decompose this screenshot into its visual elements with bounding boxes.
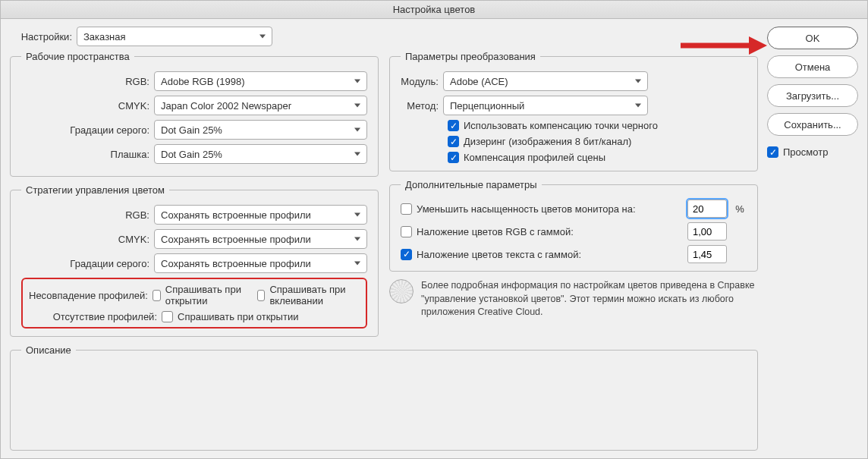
spot-label: Плашка: xyxy=(21,149,154,160)
checkbox-icon: ✓ xyxy=(767,146,778,158)
checkbox-icon xyxy=(153,290,161,301)
color-settings-window: Настройка цветов Настройки: Заказная Раб… xyxy=(0,0,868,459)
policy-rgb-select[interactable]: Сохранять встроенные профили xyxy=(154,205,367,225)
missing-open-checkbox[interactable]: Спрашивать при открытии xyxy=(162,311,298,322)
engine-select[interactable]: Adobe (ACE) xyxy=(443,71,648,91)
intent-select[interactable]: Перцепционный xyxy=(443,96,648,115)
rgb-label: RGB: xyxy=(21,76,154,87)
desat-checkbox[interactable]: Уменьшить насыщенность цветов монитора н… xyxy=(401,203,681,215)
checkbox-icon: ✓ xyxy=(448,152,459,163)
missing-label: Отсутствие профилей: xyxy=(29,311,162,322)
cancel-button[interactable]: Отмена xyxy=(767,55,858,78)
intent-label: Метод: xyxy=(401,100,443,112)
bpc-checkbox[interactable]: ✓Использовать компенсацию точки черного xyxy=(448,120,658,131)
checkbox-icon: ✓ xyxy=(448,136,459,147)
highlighted-region: Несовпадение профилей: Спрашивать при от… xyxy=(21,278,367,329)
description-fieldset: Описание xyxy=(10,344,758,451)
rgb-select[interactable]: Adobe RGB (1998) xyxy=(154,71,367,91)
workspaces-fieldset: Рабочие пространства RGB:Adobe RGB (1998… xyxy=(10,51,379,177)
policy-cmyk-label: CMYK: xyxy=(21,234,154,245)
scene-checkbox[interactable]: ✓Компенсация профилей сцены xyxy=(448,152,605,163)
mismatch-label: Несовпадение профилей: xyxy=(29,290,153,301)
info-text: Более подробная информация по настройкам… xyxy=(421,279,758,319)
ok-button[interactable]: OK xyxy=(767,27,858,49)
engine-label: Модуль: xyxy=(401,76,443,87)
checkbox-icon xyxy=(257,290,266,301)
workspaces-legend: Рабочие пространства xyxy=(21,51,134,62)
policy-gray-select[interactable]: Сохранять встроенные профили xyxy=(154,253,367,273)
window-title: Настройка цветов xyxy=(1,1,867,19)
settings-select[interactable]: Заказная xyxy=(77,27,272,46)
cmyk-select[interactable]: Japan Color 2002 Newspaper xyxy=(154,96,367,115)
policies-legend: Стратегии управления цветом xyxy=(21,184,169,196)
description-legend: Описание xyxy=(21,344,76,356)
info-icon xyxy=(389,279,414,303)
blend-rgb-checkbox[interactable]: Наложение цветов RGB с гаммой: xyxy=(401,226,681,237)
checkbox-icon xyxy=(401,226,412,237)
settings-value: Заказная xyxy=(83,31,126,42)
blend-rgb-input[interactable] xyxy=(687,222,727,241)
checkbox-icon: ✓ xyxy=(401,249,412,260)
policy-rgb-label: RGB: xyxy=(21,209,154,221)
save-button[interactable]: Сохранить... xyxy=(767,113,858,136)
blend-text-input[interactable] xyxy=(687,245,727,263)
blend-text-checkbox[interactable]: ✓Наложение цветов текста с гаммой: xyxy=(401,249,681,260)
advanced-fieldset: Дополнительные параметры Уменьшить насыщ… xyxy=(389,179,758,272)
policy-cmyk-select[interactable]: Сохранять встроенные профили xyxy=(154,229,367,249)
preview-checkbox[interactable]: ✓ Просмотр xyxy=(767,146,828,158)
dither-checkbox[interactable]: ✓Дизеринг (изображения 8 бит/канал) xyxy=(448,136,631,147)
spot-select[interactable]: Dot Gain 25% xyxy=(154,144,367,164)
conversion-fieldset: Параметры преобразования Модуль:Adobe (A… xyxy=(389,51,758,171)
gray-label: Градации серого: xyxy=(21,124,154,136)
policies-fieldset: Стратегии управления цветом RGB:Сохранят… xyxy=(10,184,379,337)
settings-label: Настройки: xyxy=(10,31,77,42)
mismatch-paste-checkbox[interactable]: Спрашивать при вклеивании xyxy=(257,284,360,307)
checkbox-icon xyxy=(401,203,412,215)
mismatch-open-checkbox[interactable]: Спрашивать при открытии xyxy=(153,284,247,307)
cmyk-label: CMYK: xyxy=(21,100,154,112)
checkbox-icon: ✓ xyxy=(448,120,459,131)
conversion-legend: Параметры преобразования xyxy=(401,51,540,62)
gray-select[interactable]: Dot Gain 25% xyxy=(154,120,367,140)
desat-unit: % xyxy=(733,203,747,215)
desat-input[interactable] xyxy=(687,200,727,218)
advanced-legend: Дополнительные параметры xyxy=(401,179,542,190)
load-button[interactable]: Загрузить... xyxy=(767,84,858,107)
checkbox-icon xyxy=(162,311,173,322)
policy-gray-label: Градации серого: xyxy=(21,258,154,269)
